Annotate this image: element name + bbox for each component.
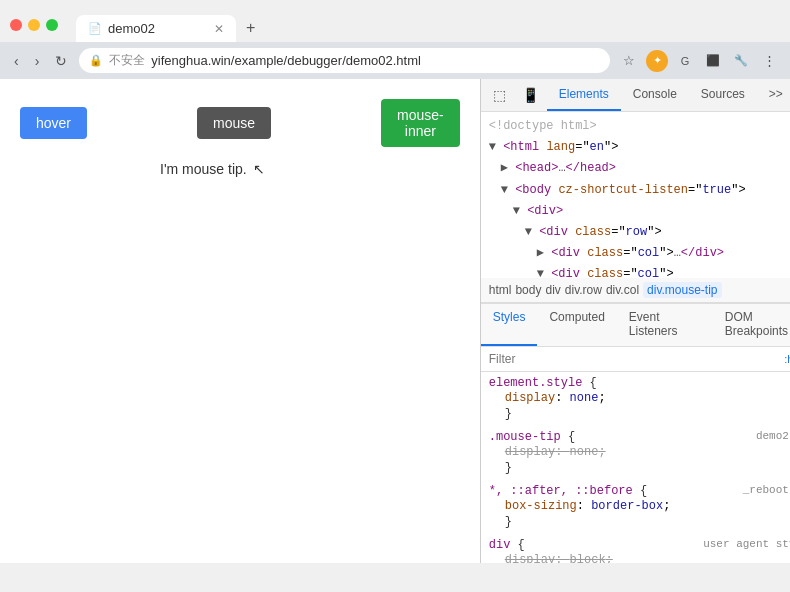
filter-bar: :hov .cls + [481, 347, 790, 372]
devtools-panel: ⬚ 📱 Elements Console Sources >> ⋮ ✕ <!do… [480, 79, 790, 563]
extension-icon-4[interactable]: 🔧 [730, 50, 752, 72]
styles-tab-event-listeners[interactable]: Event Listeners [617, 304, 713, 346]
browser-tab-active[interactable]: 📄 demo02 ✕ [76, 15, 236, 42]
css-prop-display-none: display: none; [489, 390, 790, 406]
extension-icon-1[interactable]: ✦ [646, 50, 668, 72]
styles-panel: Styles Computed Event Listeners DOM Brea… [481, 303, 790, 563]
filter-input[interactable] [489, 352, 781, 366]
tree-line-html[interactable]: ▼ <html lang="en"> [481, 137, 790, 158]
page-buttons: hover mouse mouse-inner [20, 99, 460, 147]
tree-line-body[interactable]: ▼ <body cz-shortcut-listen="true"> [481, 180, 790, 201]
css-brace-close-3: } [489, 514, 790, 530]
css-source-user-agent: user agent stylesheet [703, 538, 790, 550]
mouse-tip-label: I'm mouse tip. [160, 161, 247, 177]
menu-button[interactable]: ⋮ [758, 50, 780, 72]
tab-title: demo02 [108, 21, 155, 36]
tab-more[interactable]: >> [757, 79, 790, 111]
styles-tabs: Styles Computed Event Listeners DOM Brea… [481, 304, 790, 347]
filter-hov[interactable]: :hov [784, 353, 790, 365]
title-bar: 📄 demo02 ✕ + [0, 0, 790, 42]
tree-line-div-col2[interactable]: ▼ <div class="col"> [481, 264, 790, 278]
traffic-lights [10, 19, 58, 31]
reload-button[interactable]: ↻ [51, 51, 71, 71]
hover-button[interactable]: hover [20, 107, 87, 139]
css-prop-box-sizing: box-sizing: border-box; [489, 498, 790, 514]
css-selector-mouse-tip: .mouse-tip { demo2.html:12 [489, 430, 790, 444]
tree-line-head[interactable]: ▶ <head>…</head> [481, 158, 790, 179]
lock-icon: 🔒 [89, 54, 103, 67]
cursor-icon: ↖ [253, 161, 265, 177]
tab-close-button[interactable]: ✕ [214, 22, 224, 36]
breadcrumb-div[interactable]: div [545, 283, 560, 297]
css-prop-display-none-strikethrough: display: none; [489, 444, 790, 460]
tree-line-div-col1[interactable]: ▶ <div class="col">…</div> [481, 243, 790, 264]
url-bar[interactable]: 🔒 不安全 yifenghua.win/example/debugger/dem… [79, 48, 610, 73]
back-button[interactable]: ‹ [10, 51, 23, 71]
css-brace-close-1: } [489, 406, 790, 422]
breadcrumb-body[interactable]: body [515, 283, 541, 297]
breadcrumb-div-row[interactable]: div.row [565, 283, 602, 297]
elements-panel[interactable]: <!doctype html> ▼ <html lang="en"> ▶ <he… [481, 112, 790, 278]
page-content: hover mouse mouse-inner I'm mouse tip. ↖ [0, 79, 480, 563]
toolbar-icons: ☆ ✦ G ⬛ 🔧 ⋮ [618, 50, 780, 72]
styles-tab-styles[interactable]: Styles [481, 304, 538, 346]
tab-icon: 📄 [88, 22, 102, 35]
tree-line-doctype[interactable]: <!doctype html> [481, 116, 790, 137]
doctype-text: <!doctype html> [489, 119, 597, 133]
css-source-reboot[interactable]: _reboot.scss:22 [743, 484, 790, 496]
css-rule-mouse-tip: .mouse-tip { demo2.html:12 display: none… [481, 426, 790, 480]
devtools-device-icon[interactable]: 📱 [514, 81, 547, 109]
tab-console[interactable]: Console [621, 79, 689, 111]
tree-line-div1[interactable]: ▼ <div> [481, 201, 790, 222]
css-rule-element-style: element.style { display: none; } [481, 372, 790, 426]
star-icon[interactable]: ☆ [618, 50, 640, 72]
traffic-light-red[interactable] [10, 19, 22, 31]
css-selector-div: div { user agent stylesheet [489, 538, 790, 552]
tree-line-div-row[interactable]: ▼ <div class="row"> [481, 222, 790, 243]
traffic-light-yellow[interactable] [28, 19, 40, 31]
devtools-tabs: ⬚ 📱 Elements Console Sources >> ⋮ ✕ [481, 79, 790, 112]
address-bar: ‹ › ↻ 🔒 不安全 yifenghua.win/example/debugg… [0, 42, 790, 79]
css-prop-display-block-strikethrough: display: block; [489, 552, 790, 563]
mouse-tip-text: I'm mouse tip. ↖ [160, 161, 460, 177]
css-source-mouse-tip[interactable]: demo2.html:12 [756, 430, 790, 442]
css-rule-universal: *, ::after, ::before { _reboot.scss:22 b… [481, 480, 790, 534]
breadcrumb-div-mouse-tip[interactable]: div.mouse-tip [643, 282, 721, 298]
extension-icon-2[interactable]: G [674, 50, 696, 72]
html-tree: <!doctype html> ▼ <html lang="en"> ▶ <he… [481, 112, 790, 278]
breadcrumb: html body div div.row div.col div.mouse-… [481, 278, 790, 303]
mouse-button[interactable]: mouse [197, 107, 271, 139]
css-selector-universal: *, ::after, ::before { _reboot.scss:22 [489, 484, 790, 498]
browser-chrome: 📄 demo02 ✕ + ‹ › ↻ 🔒 不安全 yifenghua.win/e… [0, 0, 790, 79]
styles-tab-computed[interactable]: Computed [537, 304, 616, 346]
new-tab-button[interactable]: + [236, 14, 265, 42]
traffic-light-green[interactable] [46, 19, 58, 31]
css-selector-element-style: element.style { [489, 376, 790, 390]
breadcrumb-html[interactable]: html [489, 283, 512, 297]
forward-button[interactable]: › [31, 51, 44, 71]
tab-elements[interactable]: Elements [547, 79, 621, 111]
styles-tab-dom-breakpoints[interactable]: DOM Breakpoints [713, 304, 790, 346]
breadcrumb-div-col[interactable]: div.col [606, 283, 639, 297]
css-brace-close-2: } [489, 460, 790, 476]
secure-label: 不安全 [109, 52, 145, 69]
tab-sources[interactable]: Sources [689, 79, 757, 111]
tab-bar: 📄 demo02 ✕ + [66, 14, 780, 42]
mouse-inner-button[interactable]: mouse-inner [381, 99, 460, 147]
url-text: yifenghua.win/example/debugger/demo02.ht… [151, 53, 600, 68]
extension-icon-3[interactable]: ⬛ [702, 50, 724, 72]
css-rule-div: div { user agent stylesheet display: blo… [481, 534, 790, 563]
main-layout: hover mouse mouse-inner I'm mouse tip. ↖… [0, 79, 790, 563]
devtools-inspect-icon[interactable]: ⬚ [485, 81, 514, 109]
